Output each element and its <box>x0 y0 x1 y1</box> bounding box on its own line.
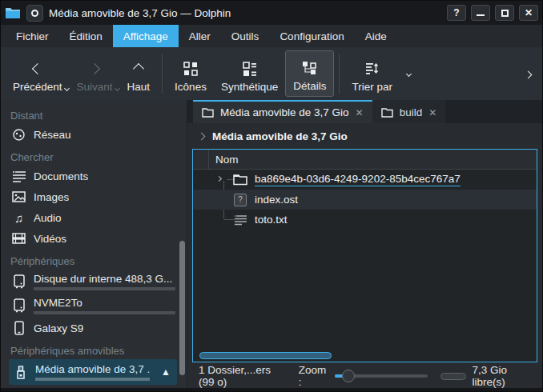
tab-bar: Média amovible de 3,7 Gio ✕ build ✕ <box>187 100 542 123</box>
toolbar-separator <box>339 54 340 94</box>
chevron-down-icon <box>406 71 412 77</box>
usb-stick-icon <box>14 365 27 379</box>
forward-button[interactable]: Suivant <box>70 50 120 97</box>
eject-button[interactable]: ▲ <box>161 366 171 378</box>
zoom-slider[interactable] <box>335 369 428 383</box>
sort-by-button[interactable]: Trier par <box>344 50 400 97</box>
hard-drive-icon <box>12 274 26 289</box>
image-icon <box>12 190 26 204</box>
section-distant: Distant <box>1 103 187 124</box>
menu-affichage[interactable]: Affichage <box>113 25 179 47</box>
music-note-icon: ♫ <box>12 210 26 225</box>
window-title: Média amovible de 3,7 Gio — Dolphin <box>49 7 441 19</box>
maximize-icon <box>501 10 509 17</box>
file-row-unknown[interactable]: ? index.ost <box>193 190 537 210</box>
zoom-slider-handle[interactable] <box>342 370 355 382</box>
capacity-bar <box>440 373 466 380</box>
sidebar-scrollbar[interactable] <box>179 241 185 375</box>
folder-icon <box>202 108 214 118</box>
up-button[interactable]: Haut <box>120 50 158 97</box>
tab-close-icon[interactable]: ✕ <box>356 107 364 118</box>
sidebar-item-videos[interactable]: Vidéos <box>1 228 187 249</box>
sidebar-item-audio[interactable]: ♫ Audio <box>1 207 187 228</box>
menu-aide[interactable]: Aide <box>355 25 397 47</box>
toolbar-overflow-button[interactable] <box>519 62 537 86</box>
disk-usage-bar <box>34 311 175 314</box>
disk-usage-bar <box>34 287 175 290</box>
tab-media-amovible[interactable]: Média amovible de 3,7 Gio ✕ <box>193 100 372 123</box>
toolbar-separator <box>162 54 163 94</box>
section-peripheriques: Périphériques <box>1 249 187 270</box>
file-name[interactable]: ba869e4b-03d6-4249-9202-85b4cec767a7 <box>255 173 461 186</box>
forward-icon <box>89 63 100 74</box>
back-dropdown-icon[interactable] <box>64 86 70 91</box>
network-icon <box>12 127 26 142</box>
disk-usage-bar <box>35 378 150 381</box>
tree-cell <box>193 170 233 190</box>
column-header-nom[interactable]: Nom <box>209 154 239 166</box>
file-name[interactable]: index.ost <box>255 194 298 206</box>
maximize-button[interactable] <box>495 5 514 21</box>
help-button[interactable]: ? <box>447 5 466 21</box>
breadcrumb-location[interactable]: Média amovible de 3,7 Gio <box>212 130 348 142</box>
icons-view-button[interactable]: Icônes <box>167 50 214 97</box>
minimize-icon <box>477 14 485 16</box>
tree-cell <box>193 190 233 210</box>
sidebar-item-nvme2to[interactable]: NVME2To <box>1 294 187 318</box>
back-button[interactable]: Précédent <box>6 50 70 97</box>
file-name[interactable]: toto.txt <box>255 214 288 226</box>
compact-view-icon <box>242 61 258 77</box>
menu-edition[interactable]: Édition <box>59 25 113 47</box>
breadcrumb: Média amovible de 3,7 Gio <box>187 123 542 149</box>
menubar: Fichier Édition Affichage Aller Outils C… <box>1 25 542 47</box>
sidebar-item-disque-dur[interactable]: Disque dur interne 488,3 G... <box>1 270 187 294</box>
close-button[interactable]: ✕ <box>519 5 538 21</box>
places-panel: Distant Réseau Chercher Documents Images <box>1 100 187 390</box>
unknown-file-icon: ? <box>233 194 247 206</box>
text-file-icon <box>233 214 247 226</box>
smartphone-icon <box>12 321 26 335</box>
window-controls: ? ✕ <box>447 5 538 21</box>
sidebar-item-galaxy-s9[interactable]: Galaxy S9 <box>1 318 187 338</box>
zoom-label: Zoom : <box>299 364 328 388</box>
breadcrumb-chevron-icon[interactable] <box>198 132 206 140</box>
toolbar: Précédent Suivant Haut Icônes <box>1 47 542 100</box>
tab-close-icon[interactable]: ✕ <box>428 107 436 118</box>
window-bottom-edge <box>1 388 542 391</box>
menu-configuration[interactable]: Configuration <box>269 25 354 47</box>
icons-view-icon <box>183 61 199 77</box>
minimize-button[interactable] <box>471 5 490 21</box>
section-chercher: Chercher <box>1 145 187 166</box>
free-space-label: 7,3 Gio libre(s) <box>473 364 534 388</box>
folder-app-icon <box>5 6 21 19</box>
column-header-row: Nom <box>193 150 537 170</box>
items-summary: 1 Dossier,...ers (99 o) <box>199 364 289 388</box>
tab-build[interactable]: build ✕ <box>372 100 446 123</box>
file-row-text[interactable]: toto.txt <box>193 210 537 230</box>
file-row-folder[interactable]: ba869e4b-03d6-4249-9202-85b4cec767a7 <box>193 170 537 190</box>
file-view: Nom ba869e4b-03d6-42 <box>192 149 537 362</box>
back-icon <box>32 63 43 74</box>
sort-dropdown-button[interactable] <box>400 50 418 97</box>
film-icon <box>12 231 26 246</box>
details-view-icon <box>301 60 319 76</box>
file-rows: ba869e4b-03d6-4249-9202-85b4cec767a7 ? i… <box>193 170 537 230</box>
chevron-right-icon <box>525 70 533 78</box>
tree-cell <box>193 210 233 230</box>
documents-icon <box>12 169 26 183</box>
menu-aller[interactable]: Aller <box>179 25 221 47</box>
menu-fichier[interactable]: Fichier <box>6 25 59 47</box>
sidebar-item-reseau[interactable]: Réseau <box>1 124 187 145</box>
compact-view-button[interactable]: Synthétique <box>214 50 285 97</box>
sidebar-item-documents[interactable]: Documents <box>1 166 187 186</box>
expand-arrow-icon[interactable] <box>216 176 222 182</box>
horizontal-scrollbar[interactable] <box>199 352 332 359</box>
hard-drive-icon <box>12 298 26 313</box>
folder-icon <box>381 108 393 118</box>
removable-media-badge-icon[interactable] <box>26 5 43 22</box>
menu-outils[interactable]: Outils <box>221 25 270 47</box>
sidebar-item-images[interactable]: Images <box>1 186 187 207</box>
sidebar-item-media-amovible[interactable]: Média amovible de 3,7 ... ▲ <box>9 359 177 385</box>
details-view-button[interactable]: Détails <box>285 50 334 97</box>
up-icon <box>133 63 144 74</box>
